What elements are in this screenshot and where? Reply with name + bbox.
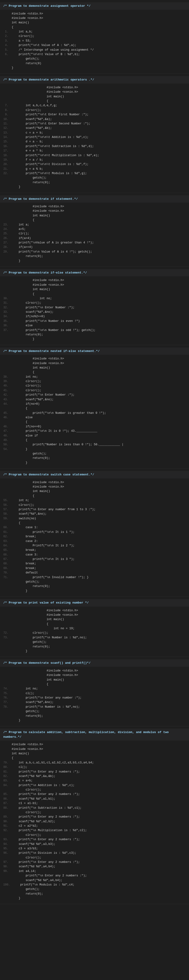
line-text: printf("\n Invalid number !"); } xyxy=(12,575,88,580)
line-number: 5. xyxy=(3,48,12,52)
code-line: 43. scanf("%d",&no); xyxy=(3,398,189,402)
code-line: { xyxy=(3,406,189,411)
line-number: 48. xyxy=(3,434,12,438)
line-text: int a4,i4; xyxy=(12,869,36,873)
line-number: 92. xyxy=(3,828,12,833)
code-line: 71. printf("\n Invalid number !"); } xyxy=(3,575,189,580)
line-text: clrscr(); xyxy=(12,833,41,837)
line-text: printf("\n Division is : %d",c3); xyxy=(12,851,76,855)
code-block-if-else: #include <stdio.h> #include <conio.h> in… xyxy=(0,277,189,342)
line-text: else xyxy=(12,323,33,328)
code-line: 97. printf("\n Enter any 2 numbers :"); xyxy=(3,860,189,864)
code-line: clrscr(); xyxy=(3,810,189,815)
line-text: a = 53; xyxy=(12,39,31,43)
line-number: 43. xyxy=(3,398,12,402)
line-number: 41. xyxy=(3,388,12,393)
line-text: } xyxy=(12,337,35,342)
line-number: 82. xyxy=(3,774,12,779)
line-number: 39. xyxy=(3,379,12,384)
code-line: 73. printf("\n Number is : %d",no); xyxy=(3,636,189,640)
code-line: 2. clrscr(); xyxy=(3,34,189,38)
line-number: 28. xyxy=(3,245,12,250)
line-text: } xyxy=(12,649,27,654)
line-text: #include <stdio.h> xyxy=(12,356,64,361)
line-number: 30. xyxy=(3,296,12,301)
line-text: clr(); xyxy=(12,232,29,236)
line-text: { xyxy=(12,438,27,442)
code-line: 42. printf("\n Enter Number :"); xyxy=(3,393,189,397)
line-number: 75. xyxy=(3,691,12,696)
line-text: printf("\n Enter any 2 numbers :"); xyxy=(12,815,80,819)
line-text: int main() xyxy=(12,751,29,756)
line-text: int a,b,c,a1,b1,c1,a2,b2,c2,a3,b3,c3,a4,… xyxy=(12,760,94,765)
code-line: getch(); xyxy=(3,580,189,584)
line-text: int main() xyxy=(12,489,50,494)
code-line: #include <stdio.h> xyxy=(3,669,189,673)
code-line: 75. cl(); xyxy=(3,691,189,696)
line-text: e = a * b; xyxy=(12,149,43,153)
line-text: printf("\n\n Number is odd !"); getch(); xyxy=(12,328,96,332)
code-line: #include <conio.h> xyxy=(3,361,189,366)
code-line: #include <conio.h> xyxy=(3,747,189,751)
line-text: int main() xyxy=(12,366,50,370)
code-line: { xyxy=(3,218,189,223)
line-number: 15. xyxy=(3,140,12,144)
line-number: 16. xyxy=(3,144,12,149)
code-line: 16. printf("\n\n\t Subtraction is : %d",… xyxy=(3,144,189,149)
line-text: return(0); xyxy=(12,180,50,185)
line-number: 94. xyxy=(3,842,12,846)
line-text: else if xyxy=(12,434,38,438)
code-line: return(0); xyxy=(3,332,189,337)
line-number: 64. xyxy=(3,544,12,548)
line-text: scanf("%d",&no); xyxy=(12,310,54,314)
code-line: 3. a = 53; xyxy=(3,39,189,43)
line-text: getch(); xyxy=(12,57,39,61)
line-text: printf("\n Multiplication is : %d",c2); xyxy=(12,828,87,833)
line-text: printf("\n\n It is 1 "); xyxy=(12,530,74,535)
code-line: #include <stdio.h> xyxy=(3,480,189,485)
code-line: 76. printf("\n Enter any number :"); xyxy=(3,696,189,700)
line-text: clrscr(); xyxy=(12,631,49,635)
line-number: 73. xyxy=(3,636,12,640)
line-text: #include <stdio.h> xyxy=(12,742,43,747)
section-header-arithmetic: /* Program to demonstrate arithmetic ope… xyxy=(0,76,189,84)
line-text: printf("\n Enter any 2 numbers :"); xyxy=(12,873,87,878)
code-line: { xyxy=(3,521,189,525)
line-text: } xyxy=(12,447,27,452)
line-number: 14. xyxy=(3,135,12,140)
code-line: 9. printf("\n\t Enter First Number :"); xyxy=(3,113,189,117)
code-line: 62. break; xyxy=(3,535,189,539)
line-number: 49. xyxy=(3,438,12,442)
line-text: scanf("%d",&b); xyxy=(12,126,52,130)
line-text: int no = 19; xyxy=(12,627,74,631)
code-line: 28. if(a==4) xyxy=(3,245,189,250)
line-number: 20. xyxy=(3,162,12,167)
line-number: 10. xyxy=(3,117,12,122)
line-text: clrscr(); xyxy=(12,788,41,792)
line-text: return(0); xyxy=(12,332,43,337)
line-number: 74. xyxy=(3,687,12,691)
code-line: return(0) xyxy=(3,61,189,66)
code-line: return(0); xyxy=(3,254,189,259)
code-line: 85. printf("\n Enter any 2 numbers :"); xyxy=(3,792,189,797)
line-text: default xyxy=(12,571,38,575)
editor-container: /* Program to demonstrate assignment ope… xyxy=(0,0,189,904)
line-text: { xyxy=(12,292,35,296)
code-line: 5. /* Interchange of value using assignm… xyxy=(3,48,189,52)
line-number: 46. xyxy=(3,415,12,420)
line-number: 88. xyxy=(3,806,12,810)
line-text: clrscr(); xyxy=(12,503,35,508)
code-line: 15. d = a - b; xyxy=(3,140,189,144)
code-block-nested-if-else: #include <stdio.h> #include <conio.h> in… xyxy=(0,356,189,466)
code-line: 19. f = a / b; xyxy=(3,158,189,162)
code-line: 54. } xyxy=(3,447,189,452)
code-line: 39. clrscr(); xyxy=(3,379,189,384)
code-line: 47. printf("\n\n It is 0 !"); 43._______… xyxy=(3,429,189,433)
code-line: } xyxy=(3,461,189,465)
line-text: int n; xyxy=(12,498,29,503)
code-line: 17. e = a * b; xyxy=(3,149,189,153)
line-number: 66. xyxy=(3,553,12,557)
code-block-print-existing: #include <stdio.h> #include <conio.h> in… xyxy=(0,608,189,655)
line-text: printf("\n\n Number is even !") xyxy=(12,319,80,323)
line-text: scanf("%d %d",&a,&b); xyxy=(12,774,55,779)
